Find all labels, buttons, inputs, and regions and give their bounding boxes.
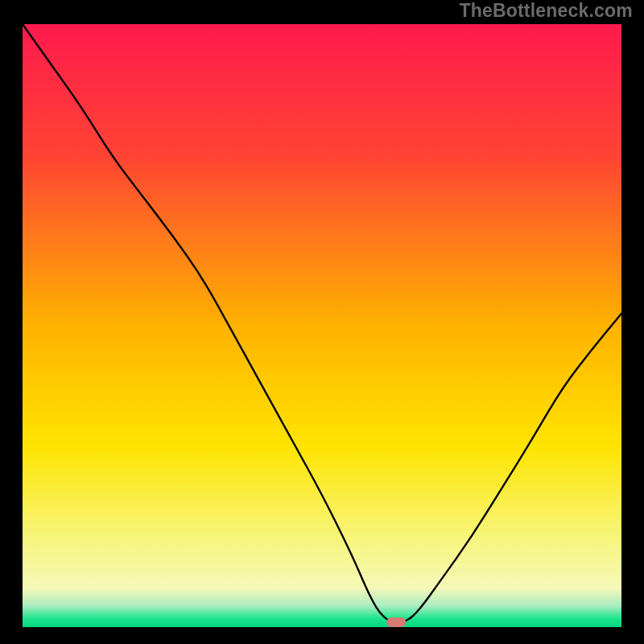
plot-background (23, 24, 621, 627)
attribution-text: TheBottleneck.com (459, 0, 633, 22)
chart-container: TheBottleneck.com (0, 0, 644, 644)
optimal-point-marker (386, 617, 406, 627)
bottleneck-chart (0, 0, 644, 644)
